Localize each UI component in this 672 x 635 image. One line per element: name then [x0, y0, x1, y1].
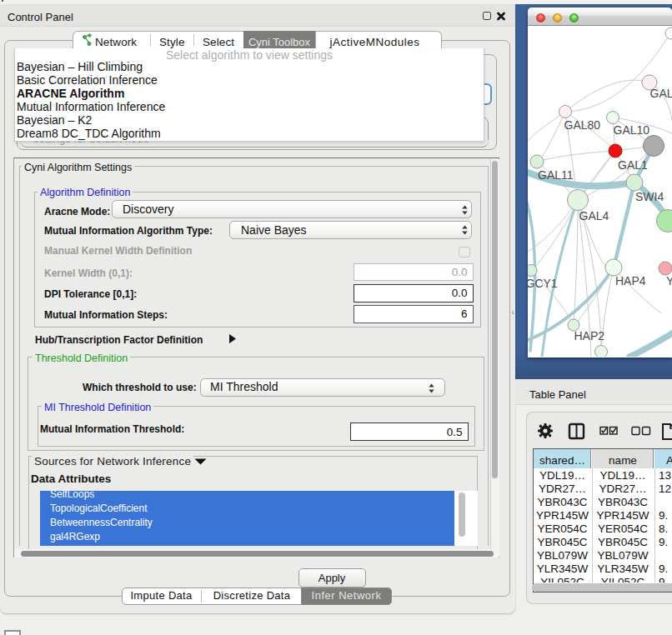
svg-text:GAL10: GAL10: [614, 123, 650, 137]
svg-text:SWI4: SWI4: [635, 190, 664, 203]
svg-text:GAL: GAL: [650, 87, 672, 100]
svg-text:Y: Y: [666, 274, 672, 288]
svg-text:GCY1: GCY1: [528, 277, 558, 290]
svg-text:GAL11: GAL11: [538, 168, 574, 182]
svg-text:GAL80: GAL80: [564, 118, 601, 132]
svg-text:GAL1: GAL1: [618, 158, 648, 172]
svg-text:GAL4: GAL4: [579, 209, 609, 222]
svg-text:HAP4: HAP4: [615, 274, 646, 288]
svg-text:HAP2: HAP2: [574, 329, 605, 342]
